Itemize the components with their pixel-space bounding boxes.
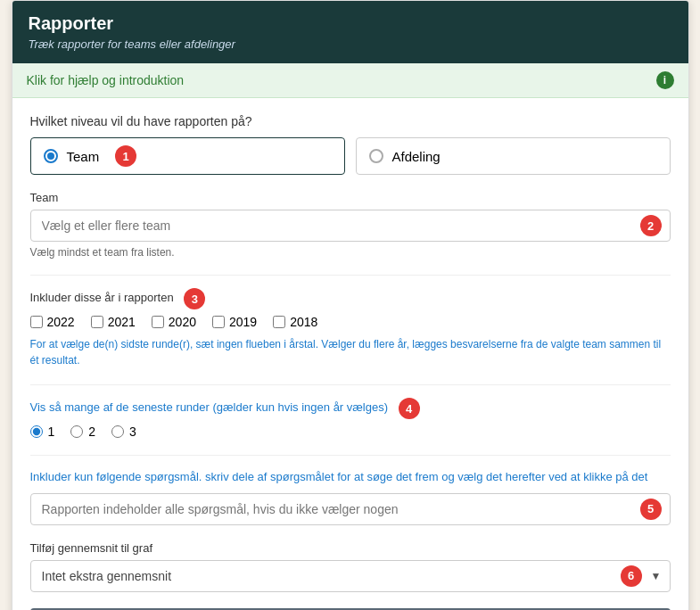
years-section: Inkluder disse år i rapporten 3 2022 202… <box>30 288 671 368</box>
team-radio-circle <box>44 149 58 163</box>
team-input-wrapper: 2 <box>30 210 671 242</box>
radio-round-3[interactable] <box>111 425 124 438</box>
header-subtitle: Træk rapporter for teams eller afdelinge… <box>29 37 672 51</box>
step-badge-6: 6 <box>621 565 642 587</box>
radio-round-2[interactable] <box>70 425 83 438</box>
years-checkbox-group: 2022 2021 2020 2019 2018 <box>30 315 671 329</box>
checkbox-2018[interactable] <box>273 316 285 328</box>
average-select-wrapper: Intet ekstra gennemsnit Alle teams Afdel… <box>30 560 671 592</box>
questions-section: Inkluder kun følgende spørgsmål. skriv d… <box>30 468 671 525</box>
step-badge-1: 1 <box>115 145 136 167</box>
divider-1 <box>30 275 671 276</box>
team-helper: Vælg mindst et team fra listen. <box>30 246 671 259</box>
header: Rapporter Træk rapporter for teams eller… <box>12 1 688 63</box>
level-question: Hvilket niveau vil du have rapporten på? <box>30 114 671 128</box>
round-3[interactable]: 3 <box>111 425 136 439</box>
team-field-label: Team <box>30 191 671 204</box>
form-body: Hvilket niveau vil du have rapporten på?… <box>12 98 688 610</box>
step-badge-3: 3 <box>184 288 205 309</box>
rounds-label: Vis så mange af de seneste runder (gælde… <box>30 398 671 419</box>
team-label: Team <box>67 149 100 164</box>
round-1[interactable]: 1 <box>30 425 55 439</box>
average-section: Tilføj gennemsnit til graf Intet ekstra … <box>30 541 671 592</box>
divider-2 <box>30 384 671 385</box>
questions-label: Inkluder kun følgende spørgsmål. skriv d… <box>30 468 671 486</box>
team-section: Team 2 Vælg mindst et team fra listen. <box>30 191 671 259</box>
afdeling-radio-circle <box>369 149 383 163</box>
help-bar[interactable]: Klik for hjælp og introduktion i <box>12 63 688 98</box>
rounds-radio-group: 1 2 3 <box>30 425 671 439</box>
team-input[interactable] <box>30 210 671 242</box>
rounds-section: Vis så mange af de seneste runder (gælde… <box>30 398 671 439</box>
help-bar-label: Klik for hjælp og introduktion <box>27 73 185 87</box>
step-badge-4: 4 <box>399 398 420 419</box>
main-container: Rapporter Træk rapporter for teams eller… <box>12 0 689 610</box>
step-badge-5: 5 <box>640 499 662 520</box>
level-section: Hvilket niveau vil du have rapporten på?… <box>30 114 671 175</box>
questions-input[interactable] <box>30 493 671 525</box>
checkbox-2019[interactable] <box>212 316 225 328</box>
year-2019[interactable]: 2019 <box>212 315 257 329</box>
checkbox-2020[interactable] <box>152 316 164 328</box>
level-option-team[interactable]: Team 1 <box>30 137 345 175</box>
checkbox-2021[interactable] <box>91 316 103 328</box>
year-2018[interactable]: 2018 <box>273 315 317 329</box>
level-radio-group: Team 1 Afdeling <box>30 137 671 175</box>
years-label: Inkluder disse år i rapporten 3 <box>30 288 671 309</box>
help-icon: i <box>656 71 674 89</box>
questions-input-wrapper: 5 <box>30 493 671 525</box>
radio-round-1[interactable] <box>30 425 43 438</box>
average-select[interactable]: Intet ekstra gennemsnit Alle teams Afdel… <box>30 560 671 592</box>
year-2020[interactable]: 2020 <box>152 315 196 329</box>
average-label: Tilføj gennemsnit til graf <box>30 541 671 555</box>
year-2022[interactable]: 2022 <box>30 315 75 329</box>
years-info: For at vælge de(n) sidste runde(r), sæt … <box>30 336 671 368</box>
level-option-afdeling[interactable]: Afdeling <box>356 137 671 175</box>
year-2021[interactable]: 2021 <box>91 315 136 329</box>
header-title: Rapporter <box>29 13 672 34</box>
round-2[interactable]: 2 <box>70 425 95 439</box>
afdeling-label: Afdeling <box>392 149 441 164</box>
step-badge-2: 2 <box>640 215 662 236</box>
divider-3 <box>30 455 671 456</box>
checkbox-2022[interactable] <box>30 316 43 328</box>
